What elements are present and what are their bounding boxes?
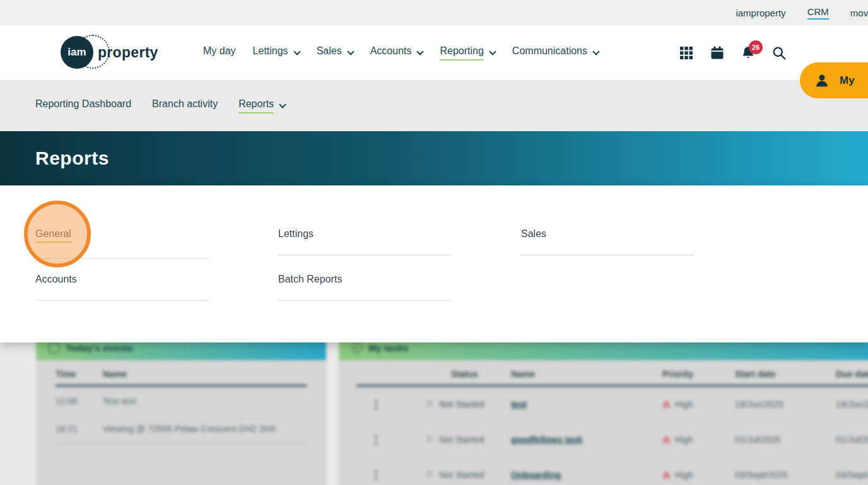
reports-menu-lettings[interactable]: Lettings <box>278 228 452 255</box>
status-flag-icon: ⚐ <box>426 434 434 445</box>
reports-dropdown-panel: General Lettings Sales Accounts Batch Re… <box>0 185 868 342</box>
tasks-col-priority: Priority <box>662 369 735 379</box>
reporting-subnav: Reporting Dashboard Branch activity Repo… <box>0 80 868 131</box>
task-link[interactable]: goodfellows task <box>511 435 583 445</box>
chevron-down-icon <box>592 48 599 55</box>
task-link[interactable]: test <box>511 399 527 409</box>
main-header: iam property My day Lettings Sales Accou… <box>0 25 868 80</box>
reports-menu-batch-reports[interactable]: Batch Reports <box>278 274 452 301</box>
check-circle-icon: ✓ <box>351 342 362 353</box>
divider <box>35 258 209 259</box>
chevron-down-icon <box>293 48 300 55</box>
event-row[interactable]: 12:00 Test test <box>56 387 307 415</box>
apps-grid-icon[interactable] <box>679 45 694 61</box>
divider <box>278 300 452 301</box>
task-link[interactable]: Onboarding <box>511 470 561 480</box>
tasks-col-start-date: Start date <box>735 369 836 379</box>
my-account-button[interactable]: My <box>800 62 868 98</box>
nav-my-day[interactable]: My day <box>203 45 236 61</box>
iamproperty-logo[interactable]: iam property <box>61 36 158 69</box>
subnav-branch-activity[interactable]: Branch activity <box>152 98 218 114</box>
divider <box>35 300 209 301</box>
page-banner: Reports <box>0 131 868 185</box>
priority-high-icon <box>662 470 671 479</box>
todays-events-card: Today's events Time Name 12:00 Test test… <box>36 342 326 485</box>
topbar-link-iamproperty[interactable]: iamproperty <box>736 8 785 18</box>
events-card-title: Today's events <box>66 342 133 353</box>
divider <box>521 255 695 255</box>
tasks-col-due-date: Due date <box>836 369 868 379</box>
task-row: ⋮ ⚐Not Started Onboarding High 03/Sept/2… <box>356 457 868 485</box>
event-row[interactable]: 16:21 Viewing @ 72555 Pelaw Crescent DH2… <box>56 415 307 443</box>
my-tasks-card: ✓ My tasks Status Name Priority Start da… <box>339 342 868 485</box>
events-col-name: Name <box>103 369 127 379</box>
task-row: ⋮ ⚐Not Started test High 19/Jun/2025 19/… <box>356 387 868 422</box>
divider <box>278 255 452 255</box>
subnav-reporting-dashboard[interactable]: Reporting Dashboard <box>35 98 131 114</box>
notifications-bell-icon[interactable]: 26 <box>741 45 756 61</box>
row-menu-kebab-icon[interactable]: ⋮ <box>356 433 394 447</box>
reports-menu-sales[interactable]: Sales <box>521 228 695 255</box>
logo-wordmark: property <box>98 44 158 61</box>
row-menu-kebab-icon[interactable]: ⋮ <box>356 397 394 411</box>
search-icon[interactable] <box>771 45 787 61</box>
tasks-card-title: My tasks <box>368 342 408 353</box>
primary-nav: My day Lettings Sales Accounts Reporting… <box>203 25 599 80</box>
nav-sales[interactable]: Sales <box>317 45 353 61</box>
reports-menu-accounts[interactable]: Accounts <box>35 274 209 301</box>
chevron-down-icon <box>489 48 496 55</box>
page-title: Reports <box>35 148 109 169</box>
chevron-down-icon <box>279 101 286 108</box>
nav-lettings[interactable]: Lettings <box>253 45 300 61</box>
topbar-link-movebutler[interactable]: movebutler <box>850 8 868 18</box>
status-flag-icon: ⚐ <box>426 399 434 410</box>
calendar-icon[interactable] <box>710 45 725 61</box>
logo-circle-icon: iam <box>61 36 93 69</box>
task-row: ⋮ ⚐Not Started goodfellows task High 01/… <box>356 422 868 457</box>
nav-accounts[interactable]: Accounts <box>370 45 423 61</box>
tasks-col-name: Name <box>511 369 662 379</box>
tasks-col-status: Status <box>394 369 511 379</box>
person-icon <box>814 73 830 89</box>
events-col-time: Time <box>56 369 103 379</box>
notification-count-badge: 26 <box>749 40 763 54</box>
priority-high-icon <box>662 400 671 409</box>
topbar-link-crm[interactable]: CRM <box>807 6 829 20</box>
dashboard-background: Today's events Time Name 12:00 Test test… <box>0 342 868 485</box>
nav-communications[interactable]: Communications <box>512 45 599 61</box>
nav-reporting[interactable]: Reporting <box>440 45 495 61</box>
subnav-reports[interactable]: Reports <box>238 98 285 114</box>
status-flag-icon: ⚐ <box>426 469 434 481</box>
chevron-down-icon <box>417 48 424 55</box>
header-icon-group: 26 <box>679 25 787 80</box>
calendar-small-icon <box>49 342 59 353</box>
chevron-down-icon <box>347 48 354 55</box>
reports-menu-general[interactable]: General <box>35 228 209 259</box>
priority-high-icon <box>662 435 671 444</box>
system-topbar: iamproperty CRM movebutler <box>0 0 868 25</box>
row-menu-kebab-icon[interactable]: ⋮ <box>356 468 394 482</box>
